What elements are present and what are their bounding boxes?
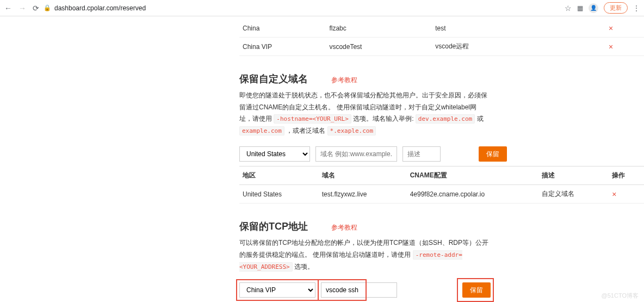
bookmark-icon[interactable]: ☆	[565, 4, 572, 13]
forward-icon[interactable]: →	[18, 4, 26, 13]
delete-icon[interactable]: ×	[612, 190, 616, 199]
lock-icon: 🔒	[44, 4, 51, 11]
region-select[interactable]: United States	[239, 146, 310, 162]
tcp-reserve-button[interactable]: 保留	[462, 282, 491, 298]
table-row: Chinaflzabctest×	[239, 20, 644, 38]
table-row: China VIPvscodeTestvscode远程×	[239, 38, 644, 56]
delete-icon[interactable]: ×	[609, 42, 613, 51]
browser-toolbar: ← → ⟳ 🔒 dashboard.cpolar.com/reserved ☆ …	[0, 0, 644, 16]
tcp-desc-input[interactable]	[321, 282, 397, 298]
watermark: @51CTO博客	[602, 292, 639, 300]
custom-domain-title: 保留自定义域名	[239, 72, 308, 85]
tcp-title: 保留的TCP地址	[239, 220, 308, 233]
custom-domain-ref-link[interactable]: 参考教程	[331, 76, 357, 84]
address-bar[interactable]: 🔒 dashboard.cpolar.com/reserved	[44, 4, 560, 12]
back-icon[interactable]: ←	[4, 4, 12, 13]
tcp-ref-link[interactable]: 参考教程	[331, 224, 357, 231]
domain-input[interactable]	[315, 146, 397, 162]
custom-domain-desc: 即使您的隧道处于脱机状态，也不会将保留域分配给其他用户。出于安全原因，必须保留通…	[239, 90, 490, 137]
reload-icon[interactable]: ⟳	[33, 4, 39, 13]
desc-input[interactable]	[403, 146, 441, 162]
custom-domain-form: United States 保留	[239, 146, 644, 162]
avatar[interactable]: 👤	[589, 3, 598, 13]
url-text: dashboard.cpolar.com/reserved	[54, 4, 146, 12]
update-button[interactable]: 更新	[604, 2, 628, 14]
delete-icon[interactable]: ×	[609, 24, 613, 33]
reserve-button[interactable]: 保留	[479, 146, 507, 162]
extension-icon[interactable]: ▦	[577, 4, 583, 12]
tcp-region-select[interactable]: China VIP	[239, 282, 315, 298]
custom-domain-table: 地区 域名 CNAME配置 描述 操作 United Statestest.fl…	[239, 166, 644, 204]
subdomain-table-partial: Chinaflzabctest×China VIPvscodeTestvscod…	[239, 20, 644, 56]
table-row: United Statestest.flzyxwz.live4e99f82e.c…	[239, 185, 644, 204]
tcp-form: China VIP 保留	[239, 282, 644, 298]
menu-icon[interactable]: ⋮	[633, 4, 640, 12]
tcp-desc: 可以将保留的TCP地址分配给您的帐户，以便为使用TCP隧道（如SSH、RDP等）…	[239, 237, 490, 273]
